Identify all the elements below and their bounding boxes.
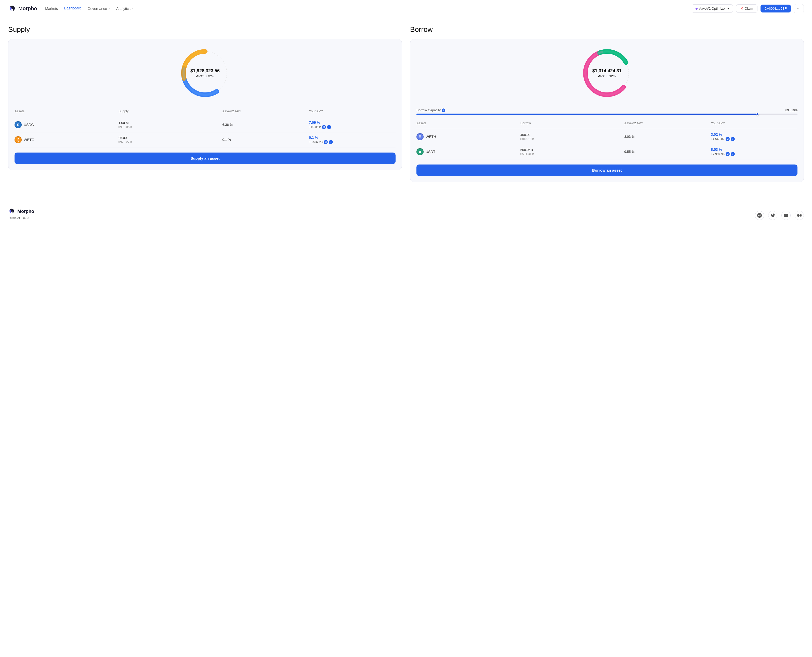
borrow-panel: Borrow $1,314,424.31 APY:: [410, 25, 804, 182]
usdc-aave-apy: 6.36 %: [222, 123, 309, 127]
weth-info-badge[interactable]: i: [731, 137, 735, 141]
weth-borrow-cell: 400.02 $813.10 k: [520, 133, 625, 141]
borrow-asset-button[interactable]: Borrow an asset: [417, 165, 798, 176]
nav-right: AaveV2 Optimizer ▾ ✕ Claim 0x4C04...e6BF…: [692, 4, 804, 13]
nav-links: Markets Dashboard Governance ↗ Analytics…: [45, 6, 134, 11]
usdc-morpho-badge: M: [322, 125, 326, 129]
nav-analytics[interactable]: Analytics ↗: [116, 6, 134, 11]
chevron-down-icon: ▾: [728, 6, 729, 11]
supply-chart-label: $1,928,323.56 APY: 3.72%: [191, 68, 220, 78]
weth-name: WETH: [426, 135, 436, 139]
footer-socials: [755, 211, 804, 220]
borrow-col-borrow: Borrow: [520, 120, 625, 126]
supply-panel: Supply $1,928,323.56: [8, 25, 402, 182]
capacity-dot: [756, 113, 759, 116]
footer: Morpho Terms of use ↗: [0, 198, 812, 226]
weth-your-apy: 3.02 %: [711, 132, 798, 137]
borrow-chart-label: $1,314,424.31 APY: 5.12%: [592, 68, 621, 78]
medium-icon: [797, 213, 801, 218]
borrow-table-header: Assets Borrow AaveV2 APY Your APY: [417, 120, 798, 128]
medium-button[interactable]: [795, 211, 804, 220]
usdc-asset-cell: $ USDC: [14, 121, 119, 128]
usdc-info-badge[interactable]: i: [327, 125, 331, 129]
optimizer-button[interactable]: AaveV2 Optimizer ▾: [692, 4, 733, 13]
usdt-borrow-cell: 500.05 k $501.31 k: [520, 148, 625, 156]
borrow-capacity-row: Borrow Capacity i 89.519%: [417, 108, 798, 112]
borrow-col-your-apy: Your APY: [711, 120, 798, 126]
twitter-button[interactable]: [768, 211, 777, 220]
wbtc-name: WBTC: [24, 138, 34, 142]
wbtc-your-apy-cell: 0.1 % +8,537.23 M i: [309, 135, 395, 144]
footer-left: Morpho Terms of use ↗: [8, 208, 34, 220]
borrow-row-usdt: ◆ USDT 500.05 k $501.31 k 9.55 % 8.53 % …: [417, 145, 798, 159]
usdt-morpho-badge: M: [726, 152, 730, 156]
usdc-apy-sub: +10.06 k M i: [309, 125, 395, 129]
borrow-capacity-section: Borrow Capacity i 89.519%: [417, 108, 798, 115]
discord-button[interactable]: [781, 211, 790, 220]
borrow-card: $1,314,424.31 APY: 5.12% Borrow Capacity…: [410, 39, 804, 182]
borrow-table: Assets Borrow AaveV2 APY Your APY Ξ WETH…: [417, 120, 798, 159]
capacity-fill: [417, 114, 757, 115]
usdt-info-badge[interactable]: i: [731, 152, 735, 156]
telegram-icon: [757, 213, 762, 218]
nav-dashboard[interactable]: Dashboard: [64, 6, 81, 11]
footer-logo-text: Morpho: [17, 209, 34, 214]
claim-x-icon: ✕: [740, 6, 743, 11]
wbtc-usd: $929.27 k: [119, 140, 222, 144]
analytics-external-icon: ↗: [131, 7, 134, 10]
borrow-col-aave-apy: AaveV2 APY: [624, 120, 711, 126]
supply-table: Assets Supply AaveV2 APY Your APY $ USDC…: [14, 108, 395, 148]
capacity-info-badge[interactable]: i: [442, 109, 445, 112]
optimizer-dot: [695, 8, 698, 10]
weth-your-apy-cell: 3.02 % +4,540.87 M i: [711, 132, 798, 141]
wbtc-info-badge[interactable]: i: [329, 140, 333, 144]
supply-apy: APY: 3.72%: [191, 74, 220, 78]
weth-aave-apy: 3.03 %: [624, 134, 711, 139]
weth-morpho-badge: M: [726, 137, 730, 141]
twitter-icon: [770, 213, 775, 218]
usdc-supply-cell: 1.00 M $999.05 k: [119, 121, 222, 129]
supply-col-assets: Assets: [14, 108, 119, 114]
usdc-name: USDC: [24, 123, 34, 127]
nav-markets[interactable]: Markets: [45, 6, 58, 11]
usdc-usd: $999.05 k: [119, 125, 222, 129]
logo-text: Morpho: [18, 6, 37, 11]
morpho-logo-icon: [8, 5, 16, 13]
footer-logo-icon: [8, 208, 15, 215]
supply-row-usdc: $ USDC 1.00 M $999.05 k 6.36 % 7.09 % +1…: [14, 117, 395, 132]
telegram-button[interactable]: [755, 211, 764, 220]
capacity-bar: [417, 114, 798, 115]
supply-amount: $1,928,323.56: [191, 68, 220, 73]
borrow-chart: $1,314,424.31 APY: 5.12%: [579, 45, 635, 101]
logo[interactable]: Morpho: [8, 5, 37, 13]
weth-usd: $813.10 k: [520, 137, 625, 141]
usdt-your-apy-cell: 8.53 % +7,997.96 M i: [711, 148, 798, 156]
more-button[interactable]: ···: [794, 4, 804, 13]
claim-button[interactable]: ✕ Claim: [736, 4, 757, 13]
supply-card: $1,928,323.56 APY: 3.72% Assets Supply A…: [8, 39, 402, 170]
weth-asset-cell: Ξ WETH: [417, 133, 520, 140]
address-button[interactable]: 0x4C04...e6BF: [760, 5, 791, 12]
usdc-your-apy-cell: 7.09 % +10.06 k M i: [309, 120, 395, 129]
wbtc-aave-apy: 0.1 %: [222, 137, 309, 142]
supply-asset-button[interactable]: Supply an asset: [14, 153, 395, 164]
navbar: Morpho Markets Dashboard Governance ↗ An…: [0, 0, 812, 17]
usdt-usd: $501.31 k: [520, 152, 625, 156]
usdc-icon: $: [14, 121, 22, 128]
supply-row-wbtc: ₿ WBTC 25.00 $929.27 k 0.1 % 0.1 % +8,53…: [14, 132, 395, 148]
usdt-asset-cell: ◆ USDT: [417, 148, 520, 155]
wbtc-asset-cell: ₿ WBTC: [14, 136, 119, 143]
nav-governance[interactable]: Governance ↗: [87, 6, 110, 11]
supply-chart: $1,928,323.56 APY: 3.72%: [177, 45, 233, 101]
usdc-amount: 1.00 M: [119, 121, 222, 125]
usdt-name: USDT: [426, 150, 435, 154]
weth-amount: 400.02: [520, 133, 625, 137]
usdt-aave-apy: 9.55 %: [624, 149, 711, 154]
footer-terms[interactable]: Terms of use ↗: [8, 216, 34, 220]
main-content: Supply $1,928,323.56: [0, 17, 812, 182]
weth-icon: Ξ: [417, 133, 423, 140]
wbtc-supply-cell: 25.00 $929.27 k: [119, 136, 222, 144]
supply-title: Supply: [8, 25, 402, 34]
borrow-capacity-pct: 89.519%: [785, 109, 798, 112]
usdt-icon: ◆: [417, 148, 423, 155]
